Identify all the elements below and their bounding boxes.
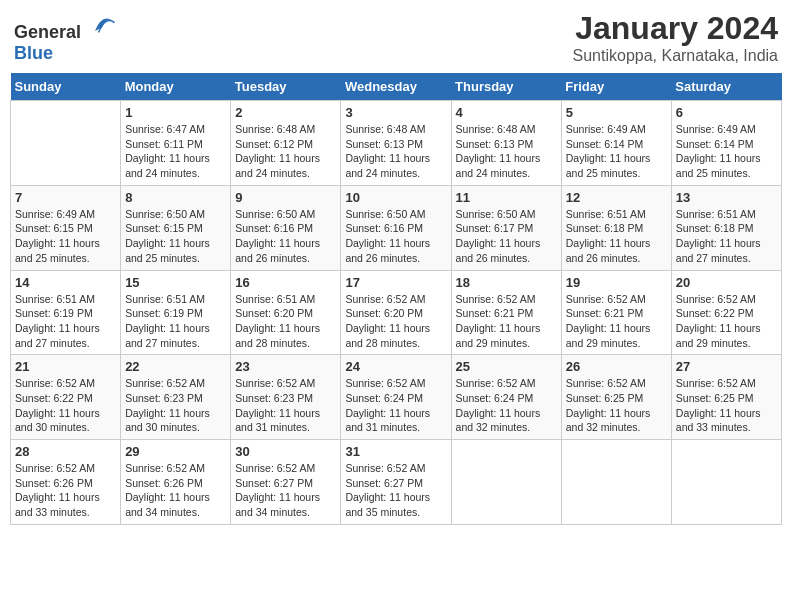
day-number: 14 bbox=[15, 275, 116, 290]
day-number: 11 bbox=[456, 190, 557, 205]
cell-info: Sunrise: 6:51 AM Sunset: 6:20 PM Dayligh… bbox=[235, 292, 336, 351]
day-number: 5 bbox=[566, 105, 667, 120]
day-number: 8 bbox=[125, 190, 226, 205]
calendar-cell: 23Sunrise: 6:52 AM Sunset: 6:23 PM Dayli… bbox=[231, 355, 341, 440]
day-number: 27 bbox=[676, 359, 777, 374]
calendar-cell: 17Sunrise: 6:52 AM Sunset: 6:20 PM Dayli… bbox=[341, 270, 451, 355]
calendar-header-friday: Friday bbox=[561, 73, 671, 101]
calendar-header-row: SundayMondayTuesdayWednesdayThursdayFrid… bbox=[11, 73, 782, 101]
calendar-cell bbox=[451, 440, 561, 525]
cell-info: Sunrise: 6:52 AM Sunset: 6:21 PM Dayligh… bbox=[456, 292, 557, 351]
calendar-cell: 26Sunrise: 6:52 AM Sunset: 6:25 PM Dayli… bbox=[561, 355, 671, 440]
day-number: 22 bbox=[125, 359, 226, 374]
calendar-cell: 16Sunrise: 6:51 AM Sunset: 6:20 PM Dayli… bbox=[231, 270, 341, 355]
cell-info: Sunrise: 6:52 AM Sunset: 6:20 PM Dayligh… bbox=[345, 292, 446, 351]
cell-info: Sunrise: 6:49 AM Sunset: 6:15 PM Dayligh… bbox=[15, 207, 116, 266]
calendar-cell: 4Sunrise: 6:48 AM Sunset: 6:13 PM Daylig… bbox=[451, 101, 561, 186]
day-number: 15 bbox=[125, 275, 226, 290]
day-number: 17 bbox=[345, 275, 446, 290]
logo-icon bbox=[88, 10, 116, 38]
cell-info: Sunrise: 6:48 AM Sunset: 6:13 PM Dayligh… bbox=[456, 122, 557, 181]
day-number: 20 bbox=[676, 275, 777, 290]
calendar-cell: 30Sunrise: 6:52 AM Sunset: 6:27 PM Dayli… bbox=[231, 440, 341, 525]
calendar-week-3: 14Sunrise: 6:51 AM Sunset: 6:19 PM Dayli… bbox=[11, 270, 782, 355]
calendar-cell bbox=[11, 101, 121, 186]
calendar-cell: 1Sunrise: 6:47 AM Sunset: 6:11 PM Daylig… bbox=[121, 101, 231, 186]
calendar-cell: 15Sunrise: 6:51 AM Sunset: 6:19 PM Dayli… bbox=[121, 270, 231, 355]
calendar-cell: 24Sunrise: 6:52 AM Sunset: 6:24 PM Dayli… bbox=[341, 355, 451, 440]
title-block: January 2024 Suntikoppa, Karnataka, Indi… bbox=[573, 10, 778, 65]
calendar-cell: 8Sunrise: 6:50 AM Sunset: 6:15 PM Daylig… bbox=[121, 185, 231, 270]
cell-info: Sunrise: 6:52 AM Sunset: 6:24 PM Dayligh… bbox=[345, 376, 446, 435]
cell-info: Sunrise: 6:52 AM Sunset: 6:22 PM Dayligh… bbox=[676, 292, 777, 351]
cell-info: Sunrise: 6:49 AM Sunset: 6:14 PM Dayligh… bbox=[566, 122, 667, 181]
calendar-cell: 11Sunrise: 6:50 AM Sunset: 6:17 PM Dayli… bbox=[451, 185, 561, 270]
calendar-cell: 22Sunrise: 6:52 AM Sunset: 6:23 PM Dayli… bbox=[121, 355, 231, 440]
day-number: 21 bbox=[15, 359, 116, 374]
calendar-table: SundayMondayTuesdayWednesdayThursdayFrid… bbox=[10, 73, 782, 525]
day-number: 3 bbox=[345, 105, 446, 120]
calendar-header-monday: Monday bbox=[121, 73, 231, 101]
day-number: 13 bbox=[676, 190, 777, 205]
calendar-header-wednesday: Wednesday bbox=[341, 73, 451, 101]
day-number: 25 bbox=[456, 359, 557, 374]
day-number: 16 bbox=[235, 275, 336, 290]
logo: General Blue bbox=[14, 10, 116, 64]
day-number: 24 bbox=[345, 359, 446, 374]
calendar-cell: 5Sunrise: 6:49 AM Sunset: 6:14 PM Daylig… bbox=[561, 101, 671, 186]
day-number: 26 bbox=[566, 359, 667, 374]
day-number: 6 bbox=[676, 105, 777, 120]
calendar-cell: 12Sunrise: 6:51 AM Sunset: 6:18 PM Dayli… bbox=[561, 185, 671, 270]
cell-info: Sunrise: 6:52 AM Sunset: 6:27 PM Dayligh… bbox=[235, 461, 336, 520]
cell-info: Sunrise: 6:48 AM Sunset: 6:13 PM Dayligh… bbox=[345, 122, 446, 181]
calendar-cell: 13Sunrise: 6:51 AM Sunset: 6:18 PM Dayli… bbox=[671, 185, 781, 270]
calendar-cell: 28Sunrise: 6:52 AM Sunset: 6:26 PM Dayli… bbox=[11, 440, 121, 525]
cell-info: Sunrise: 6:52 AM Sunset: 6:21 PM Dayligh… bbox=[566, 292, 667, 351]
cell-info: Sunrise: 6:52 AM Sunset: 6:26 PM Dayligh… bbox=[15, 461, 116, 520]
calendar-cell: 25Sunrise: 6:52 AM Sunset: 6:24 PM Dayli… bbox=[451, 355, 561, 440]
calendar-cell: 18Sunrise: 6:52 AM Sunset: 6:21 PM Dayli… bbox=[451, 270, 561, 355]
cell-info: Sunrise: 6:52 AM Sunset: 6:26 PM Dayligh… bbox=[125, 461, 226, 520]
cell-info: Sunrise: 6:52 AM Sunset: 6:25 PM Dayligh… bbox=[566, 376, 667, 435]
calendar-cell: 20Sunrise: 6:52 AM Sunset: 6:22 PM Dayli… bbox=[671, 270, 781, 355]
calendar-body: 1Sunrise: 6:47 AM Sunset: 6:11 PM Daylig… bbox=[11, 101, 782, 525]
cell-info: Sunrise: 6:52 AM Sunset: 6:24 PM Dayligh… bbox=[456, 376, 557, 435]
calendar-week-4: 21Sunrise: 6:52 AM Sunset: 6:22 PM Dayli… bbox=[11, 355, 782, 440]
calendar-cell: 7Sunrise: 6:49 AM Sunset: 6:15 PM Daylig… bbox=[11, 185, 121, 270]
calendar-cell: 27Sunrise: 6:52 AM Sunset: 6:25 PM Dayli… bbox=[671, 355, 781, 440]
day-number: 9 bbox=[235, 190, 336, 205]
day-number: 30 bbox=[235, 444, 336, 459]
calendar-cell: 9Sunrise: 6:50 AM Sunset: 6:16 PM Daylig… bbox=[231, 185, 341, 270]
calendar-header-sunday: Sunday bbox=[11, 73, 121, 101]
logo-blue: Blue bbox=[14, 43, 53, 63]
calendar-header-thursday: Thursday bbox=[451, 73, 561, 101]
calendar-cell: 14Sunrise: 6:51 AM Sunset: 6:19 PM Dayli… bbox=[11, 270, 121, 355]
page-header: General Blue January 2024 Suntikoppa, Ka… bbox=[10, 10, 782, 65]
day-number: 28 bbox=[15, 444, 116, 459]
calendar-cell: 31Sunrise: 6:52 AM Sunset: 6:27 PM Dayli… bbox=[341, 440, 451, 525]
cell-info: Sunrise: 6:50 AM Sunset: 6:17 PM Dayligh… bbox=[456, 207, 557, 266]
calendar-cell bbox=[671, 440, 781, 525]
cell-info: Sunrise: 6:49 AM Sunset: 6:14 PM Dayligh… bbox=[676, 122, 777, 181]
day-number: 29 bbox=[125, 444, 226, 459]
cell-info: Sunrise: 6:52 AM Sunset: 6:23 PM Dayligh… bbox=[125, 376, 226, 435]
calendar-week-1: 1Sunrise: 6:47 AM Sunset: 6:11 PM Daylig… bbox=[11, 101, 782, 186]
day-number: 31 bbox=[345, 444, 446, 459]
day-number: 2 bbox=[235, 105, 336, 120]
calendar-cell: 6Sunrise: 6:49 AM Sunset: 6:14 PM Daylig… bbox=[671, 101, 781, 186]
day-number: 7 bbox=[15, 190, 116, 205]
cell-info: Sunrise: 6:50 AM Sunset: 6:15 PM Dayligh… bbox=[125, 207, 226, 266]
cell-info: Sunrise: 6:51 AM Sunset: 6:18 PM Dayligh… bbox=[566, 207, 667, 266]
day-number: 1 bbox=[125, 105, 226, 120]
cell-info: Sunrise: 6:52 AM Sunset: 6:22 PM Dayligh… bbox=[15, 376, 116, 435]
cell-info: Sunrise: 6:47 AM Sunset: 6:11 PM Dayligh… bbox=[125, 122, 226, 181]
calendar-week-2: 7Sunrise: 6:49 AM Sunset: 6:15 PM Daylig… bbox=[11, 185, 782, 270]
calendar-cell: 2Sunrise: 6:48 AM Sunset: 6:12 PM Daylig… bbox=[231, 101, 341, 186]
day-number: 4 bbox=[456, 105, 557, 120]
calendar-cell: 19Sunrise: 6:52 AM Sunset: 6:21 PM Dayli… bbox=[561, 270, 671, 355]
page-title: January 2024 bbox=[573, 10, 778, 47]
day-number: 19 bbox=[566, 275, 667, 290]
cell-info: Sunrise: 6:51 AM Sunset: 6:18 PM Dayligh… bbox=[676, 207, 777, 266]
calendar-cell: 29Sunrise: 6:52 AM Sunset: 6:26 PM Dayli… bbox=[121, 440, 231, 525]
calendar-cell: 10Sunrise: 6:50 AM Sunset: 6:16 PM Dayli… bbox=[341, 185, 451, 270]
